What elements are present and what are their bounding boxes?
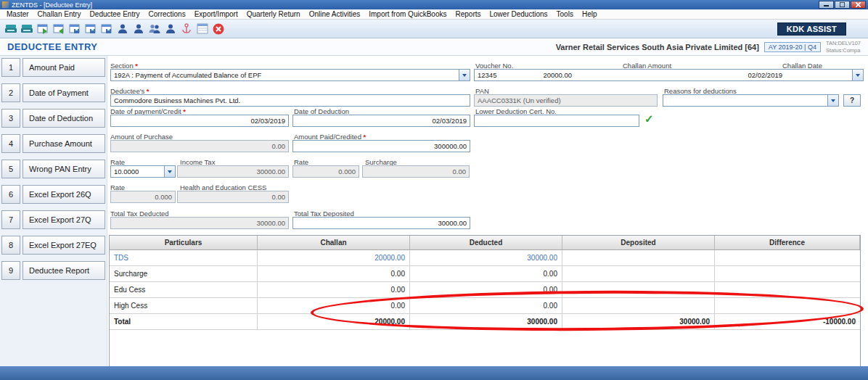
- amount-of-purchase-field[interactable]: 0.00: [110, 140, 289, 152]
- col-header-deducted: Deducted: [410, 236, 562, 249]
- menu-item-export-import[interactable]: Export/Import: [191, 10, 242, 18]
- person-icon[interactable]: [115, 21, 130, 37]
- menu-item-lower-deductions[interactable]: Lower Deductions: [486, 10, 552, 18]
- sidebar-item-date-of-deduction[interactable]: 3Date of Deduction: [1, 109, 105, 128]
- menu-item-deductee-entry[interactable]: Deductee Entry: [86, 10, 144, 18]
- reasons-select[interactable]: [663, 94, 839, 107]
- item-number: 7: [1, 210, 20, 229]
- cell-difference: [715, 266, 860, 281]
- chevron-down-icon[interactable]: [164, 166, 175, 177]
- surcharge-field: 0.00: [362, 165, 470, 178]
- table-row-high-cess[interactable]: High Cess 0.00 0.00: [110, 298, 860, 314]
- menu-item-online-activities[interactable]: Online Activities: [306, 10, 364, 18]
- item-label: Excel Export 26Q: [22, 185, 105, 204]
- cell-deducted: 0.00: [410, 266, 562, 281]
- item-label: Deductee Report: [22, 261, 105, 280]
- item-label: Date of Payment: [22, 83, 105, 102]
- cell-deducted: 30000.00: [410, 314, 562, 329]
- window-disk-icon-3[interactable]: [99, 21, 114, 37]
- surcharge-rate-field: 0.000: [292, 165, 359, 178]
- cell-particulars: Surcharge: [110, 266, 258, 281]
- window-disk-icon-2[interactable]: [83, 21, 98, 37]
- cell-challan: 0.00: [258, 298, 410, 313]
- lower-deduction-cert-input[interactable]: [474, 115, 639, 127]
- sidebar-item-deductee-report[interactable]: 9Deductee Report: [1, 261, 105, 280]
- menu-item-challan-entry[interactable]: Challan Entry: [34, 10, 85, 18]
- deductee-name-input[interactable]: Commodore Business Machines Pvt. Ltd.: [110, 94, 470, 107]
- cell-challan: 0.00: [258, 266, 410, 281]
- item-label: Date of Deduction: [22, 109, 105, 128]
- sidebar-item-excel-export-26q[interactable]: 6Excel Export 26Q: [1, 185, 105, 204]
- person-icon-3[interactable]: [163, 21, 178, 37]
- form-grid-icon[interactable]: [195, 21, 210, 37]
- window-disk-icon[interactable]: [67, 21, 82, 37]
- cell-deposited: [562, 282, 715, 297]
- tds-rate-value: 10.0000: [114, 168, 139, 175]
- item-number: 2: [1, 83, 20, 102]
- date-of-payment-input[interactable]: 02/03/2019: [110, 115, 289, 127]
- amount-paid-input[interactable]: 300000.00: [292, 140, 470, 152]
- challan-amount-value: 20000.00: [527, 71, 572, 79]
- machine-icon-2[interactable]: [19, 21, 34, 37]
- exit-icon[interactable]: [210, 21, 226, 37]
- cell-challan: 20000.00: [258, 250, 410, 265]
- sidebar: 1Amount Paid 2Date of Payment 3Date of D…: [0, 56, 107, 366]
- menu-item-help[interactable]: Help: [578, 10, 601, 18]
- table-row-edu-cess[interactable]: Edu Cess 0.00 0.00: [110, 282, 860, 298]
- anchor-icon[interactable]: [179, 21, 194, 37]
- verified-check-icon: ✓: [644, 112, 654, 125]
- assessment-period-badge: AY 2019-20 | Q4: [764, 42, 821, 52]
- maximize-button[interactable]: [835, 1, 850, 9]
- table-header-row: Particulars Challan Deducted Deposited D…: [110, 236, 860, 250]
- income-tax-field: 30000.00: [177, 165, 289, 178]
- section-select[interactable]: 192A : Payment of Accumulated Balance of…: [110, 69, 470, 81]
- date-of-deduction-input[interactable]: 02/03/2019: [292, 115, 470, 127]
- menu-item-master[interactable]: Master: [3, 10, 33, 18]
- sidebar-item-excel-export-27q[interactable]: 7Excel Export 27Q: [1, 210, 105, 229]
- section-value: 192A : Payment of Accumulated Balance of…: [114, 71, 261, 79]
- menu-item-quarterly-return[interactable]: Quarterly Return: [243, 10, 304, 18]
- kdk-assist-button[interactable]: KDK ASSIST: [777, 22, 846, 36]
- col-header-difference: Difference: [715, 236, 860, 249]
- table-row-surcharge[interactable]: Surcharge 0.00 0.00: [110, 266, 860, 282]
- item-number: 9: [1, 261, 20, 280]
- person-group-icon[interactable]: [147, 21, 162, 37]
- sidebar-item-wrong-pan-entry[interactable]: 5Wrong PAN Entry: [1, 160, 105, 178]
- chevron-down-icon[interactable]: [459, 70, 470, 80]
- cell-deposited: 30000.00: [562, 314, 715, 329]
- table-row-tds[interactable]: TDS 20000.00 30000.00: [110, 250, 860, 266]
- reason-help-button[interactable]: ?: [843, 94, 861, 107]
- item-label: Purchase Amount: [22, 134, 105, 153]
- item-label: Amount Paid: [22, 58, 105, 77]
- window-arrow-icon-2[interactable]: [51, 21, 66, 37]
- sidebar-item-amount-paid[interactable]: 1Amount Paid: [1, 58, 105, 77]
- machine-icon[interactable]: [3, 21, 18, 37]
- menu-item-reports[interactable]: Reports: [451, 10, 484, 18]
- menu-item-import-from-quickbooks[interactable]: Import from QuickBooks: [365, 10, 450, 18]
- tds-rate-select[interactable]: 10.0000: [110, 165, 176, 178]
- chevron-down-icon[interactable]: [852, 70, 863, 80]
- chevron-down-icon[interactable]: [827, 95, 838, 106]
- window-arrow-icon[interactable]: [35, 21, 50, 37]
- total-tax-deposited-input[interactable]: 30000.00: [292, 217, 470, 229]
- cell-difference: [715, 298, 860, 313]
- minimize-button[interactable]: [819, 1, 834, 9]
- menu-item-corrections[interactable]: Corrections: [145, 10, 189, 18]
- cell-challan: 20000.00: [258, 314, 410, 329]
- cell-difference: -10000.00: [715, 314, 860, 329]
- menu-item-tools[interactable]: Tools: [553, 10, 577, 18]
- person-icon-2[interactable]: [131, 21, 146, 37]
- challan-select[interactable]: 12345 20000.00 02/02/2019: [474, 69, 864, 81]
- toolbar: KDK ASSIST: [0, 20, 868, 38]
- col-header-particulars: Particulars: [110, 236, 258, 249]
- sidebar-item-purchase-amount[interactable]: 4Purchase Amount: [1, 134, 105, 153]
- sidebar-item-date-of-payment[interactable]: 2Date of Payment: [1, 83, 105, 102]
- item-number: 1: [1, 58, 20, 77]
- cell-particulars: Total: [110, 314, 258, 329]
- table-row-total[interactable]: Total 20000.00 30000.00 30000.00 -10000.…: [110, 314, 860, 330]
- challan-date-value: 02/02/2019: [724, 71, 782, 79]
- sidebar-item-excel-export-27eq[interactable]: 8Excel Export 27EQ: [1, 236, 105, 255]
- close-button[interactable]: [851, 1, 866, 9]
- title-bar: ZENTDS - [Deductee Entry]: [0, 0, 868, 9]
- deductee-entry-form: Section 192A : Payment of Accumulated Ba…: [107, 56, 868, 366]
